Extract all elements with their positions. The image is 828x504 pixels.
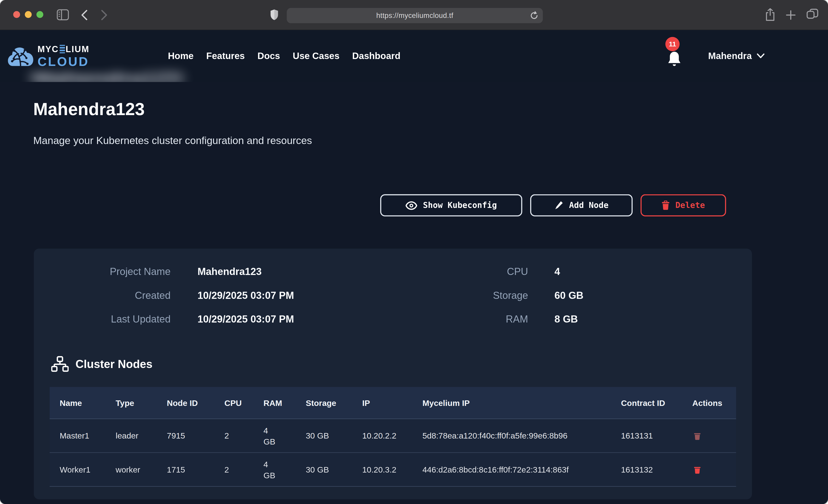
share-icon[interactable] <box>764 8 776 22</box>
bell-icon <box>667 51 681 68</box>
col-type: Type <box>106 397 157 408</box>
notification-badge: 11 <box>665 37 679 51</box>
created-label: Created <box>54 290 171 302</box>
cell-ram: 4 GB <box>263 425 277 447</box>
url-text: https://myceliumcloud.tf <box>376 12 453 19</box>
storage-value: 60 GB <box>554 290 583 302</box>
cell-mycelium-ip: 5d8:78ea:a120:f40c:ff0f:a5fe:99e6:8b96 <box>422 430 599 442</box>
webpage: Mahendra123 Manage your Kubernetes clust… <box>0 30 828 504</box>
show-kubeconfig-button[interactable]: Show Kubeconfig <box>380 194 522 217</box>
shield-icon[interactable] <box>270 9 279 21</box>
nav-links: Home Features Docs Use Cases Dashboard <box>168 30 401 82</box>
ram-label: RAM <box>412 313 528 325</box>
cell-type: leader <box>106 431 157 440</box>
cell-ip: 10.20.2.2 <box>352 431 413 440</box>
last-updated-label: Last Updated <box>54 313 171 325</box>
notifications-button[interactable]: 11 <box>661 30 691 82</box>
nav-item-features[interactable]: Features <box>206 50 245 61</box>
add-node-label: Add Node <box>569 201 609 210</box>
chevron-down-icon <box>756 53 764 58</box>
table-header-row: Name Type Node ID CPU RAM Storage IP Myc… <box>50 387 736 419</box>
cell-contract-id: 1613132 <box>611 465 682 474</box>
cpu-label: CPU <box>412 266 528 278</box>
pencil-icon <box>554 201 563 210</box>
col-node-id: Node ID <box>157 397 214 408</box>
cpu-value: 4 <box>554 266 560 278</box>
screenshot-stage: https://myceliumcloud.tf <box>0 0 828 504</box>
cell-storage: 30 GB <box>296 465 352 474</box>
show-kubeconfig-label: Show Kubeconfig <box>423 201 497 210</box>
close-window-button[interactable] <box>13 11 20 18</box>
delete-label: Delete <box>675 201 705 210</box>
col-storage: Storage <box>296 397 352 408</box>
col-cpu: CPU <box>214 397 253 408</box>
browser-window: https://myceliumcloud.tf <box>0 0 828 504</box>
nav-item-docs[interactable]: Docs <box>257 50 280 61</box>
ram-value: 8 GB <box>554 313 578 325</box>
cluster-nodes-heading: Cluster Nodes <box>51 356 153 373</box>
last-updated-value: 10/29/2025 03:07 PM <box>197 313 294 325</box>
browser-toolbar: https://myceliumcloud.tf <box>0 0 828 30</box>
refresh-icon[interactable] <box>530 11 538 20</box>
eye-icon <box>406 201 417 210</box>
nav-item-home[interactable]: Home <box>168 50 194 61</box>
page-subtitle: Manage your Kubernetes cluster configura… <box>33 135 312 147</box>
delete-node-button[interactable] <box>694 431 701 440</box>
address-bar[interactable]: https://myceliumcloud.tf <box>287 8 543 23</box>
add-node-button[interactable]: Add Node <box>530 194 633 217</box>
cloud-logo-icon <box>7 43 34 70</box>
cell-cpu: 2 <box>214 431 253 440</box>
cluster-details-panel: Project Name Mahendra123 CPU 4 Created 1… <box>34 249 752 499</box>
cell-cpu: 2 <box>214 465 253 474</box>
user-menu[interactable]: Mahendra <box>708 30 764 82</box>
new-tab-icon[interactable] <box>786 10 796 20</box>
nav-item-dashboard[interactable]: Dashboard <box>352 50 400 61</box>
network-nodes-icon <box>51 356 69 373</box>
created-value: 10/29/2025 03:07 PM <box>197 290 294 302</box>
table-row: Master1 leader 7915 2 4 GB 30 GB 10.20.2… <box>50 419 736 453</box>
cell-contract-id: 1613131 <box>611 431 682 440</box>
cell-name: Worker1 <box>50 465 106 474</box>
nav-item-use-cases[interactable]: Use Cases <box>293 50 339 61</box>
col-ram: RAM <box>253 397 296 408</box>
cell-node-id: 1715 <box>157 465 214 474</box>
col-contract-id: Contract ID <box>611 397 682 408</box>
col-mycelium-ip: Mycelium IP <box>413 397 611 408</box>
project-name-label: Project Name <box>54 266 171 278</box>
user-name: Mahendra <box>708 50 752 61</box>
forward-icon[interactable] <box>101 9 108 20</box>
trash-icon <box>662 201 669 210</box>
delete-cluster-button[interactable]: Delete <box>640 194 726 217</box>
brand-wordmark: MYCLIUM CLOUD <box>37 44 89 69</box>
site-navbar: Mahendra123 <box>0 30 828 82</box>
table-row: Worker1 worker 1715 2 4 GB 30 GB 10.20.3… <box>50 453 736 487</box>
zoom-window-button[interactable] <box>37 11 43 18</box>
minimize-window-button[interactable] <box>25 11 32 18</box>
col-name: Name <box>50 397 106 408</box>
brand-logo[interactable]: MYCLIUM CLOUD <box>7 43 89 70</box>
col-ip: IP <box>352 397 413 408</box>
delete-node-button[interactable] <box>694 465 701 474</box>
nodes-table: Name Type Node ID CPU RAM Storage IP Myc… <box>50 387 736 487</box>
cell-storage: 30 GB <box>296 431 352 440</box>
cell-node-id: 7915 <box>157 431 214 440</box>
tab-overview-icon[interactable] <box>806 8 819 21</box>
storage-label: Storage <box>412 290 528 302</box>
cell-name: Master1 <box>50 431 106 440</box>
cell-type: worker <box>106 465 157 474</box>
sidebar-toggle-icon[interactable] <box>56 9 69 21</box>
cell-ip: 10.20.3.2 <box>352 465 413 474</box>
project-name-value: Mahendra123 <box>197 266 261 278</box>
col-actions: Actions <box>682 397 736 408</box>
cell-mycelium-ip: 446:d2a6:8bcd:8c16:ff0f:72e2:3114:863f <box>422 464 599 475</box>
stylized-e-glyph <box>59 45 65 53</box>
page-title: Mahendra123 <box>33 99 145 119</box>
cell-ram: 4 GB <box>263 459 277 481</box>
back-icon[interactable] <box>81 9 88 20</box>
cluster-nodes-title: Cluster Nodes <box>76 358 153 371</box>
